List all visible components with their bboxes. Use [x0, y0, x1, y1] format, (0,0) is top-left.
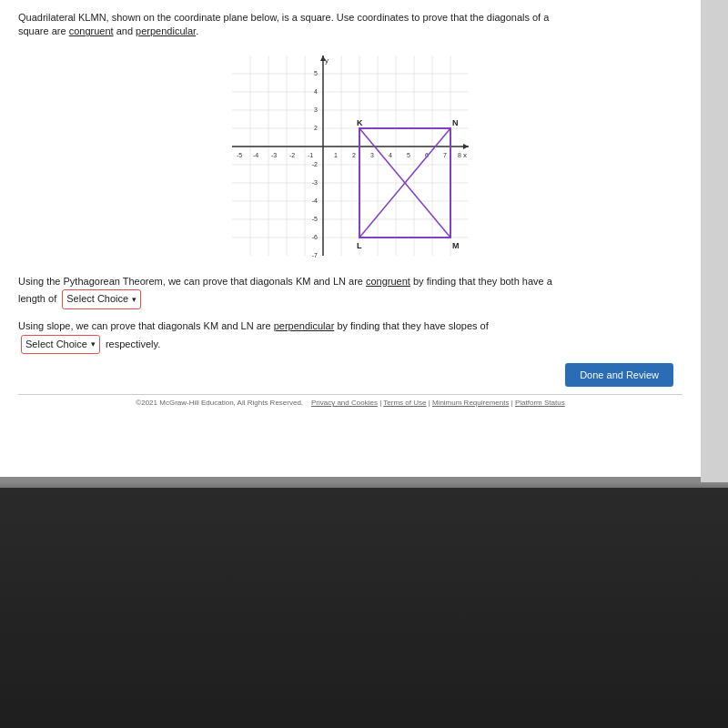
- svg-text:-5: -5: [312, 216, 318, 222]
- svg-text:-2: -2: [312, 161, 318, 167]
- svg-text:-4: -4: [253, 152, 258, 158]
- scrollbar[interactable]: [701, 0, 728, 482]
- svg-text:2: 2: [352, 152, 356, 158]
- svg-text:-1: -1: [308, 152, 313, 158]
- svg-text:8: 8: [458, 152, 461, 158]
- svg-text:-4: -4: [312, 197, 318, 204]
- coordinate-plane: x y 1 2 3 4 5 6 7 8 -1 -2 -3 -4 -5 2 3 4: [223, 46, 478, 265]
- perpendicular-word: perpendicular: [136, 25, 196, 36]
- problem-intro: Quadrilateral KLMN, shown on the coordin…: [18, 12, 549, 23]
- section1-text: Using the Pythagorean Theorem, we can pr…: [18, 274, 682, 309]
- svg-text:7: 7: [443, 152, 447, 158]
- svg-text:-3: -3: [271, 152, 277, 158]
- svg-text:3: 3: [370, 152, 374, 158]
- svg-text:-2: -2: [289, 152, 295, 158]
- svg-rect-0: [232, 56, 469, 256]
- keyboard-area: ☀ F2 80 F3 Q F4 🎙 F5 🌙 F6 ⏮ F7 ⏯ F8 ⏭ F9: [0, 488, 728, 728]
- svg-text:2: 2: [314, 125, 318, 131]
- svg-text:-7: -7: [312, 252, 318, 258]
- and-word: and: [116, 25, 133, 36]
- min-req-link[interactable]: Minimum Requirements: [432, 399, 509, 407]
- svg-text:4: 4: [314, 88, 318, 95]
- privacy-link[interactable]: Privacy and Cookies: [311, 399, 378, 407]
- section2-text: Using slope, we can prove that diagonals…: [18, 318, 682, 354]
- svg-text:4: 4: [389, 152, 392, 158]
- section2-dropdown[interactable]: Select Choice: [21, 335, 100, 355]
- svg-text:5: 5: [407, 152, 410, 158]
- section1: Using the Pythagorean Theorem, we can pr…: [18, 274, 682, 309]
- done-btn-area: Done and Review: [18, 363, 682, 387]
- m-label: M: [452, 241, 460, 250]
- x-axis-label: x: [463, 151, 467, 159]
- y-axis-label: y: [325, 56, 329, 65]
- svg-text:1: 1: [334, 152, 338, 158]
- platform-link[interactable]: Platform Status: [515, 399, 565, 407]
- footer: ©2021 McGraw-Hill Education, All Rights …: [18, 394, 682, 407]
- svg-text:-5: -5: [237, 152, 242, 158]
- svg-text:-3: -3: [312, 179, 318, 186]
- problem-square-are: square are: [18, 25, 66, 36]
- svg-text:5: 5: [314, 70, 318, 76]
- svg-text:-6: -6: [312, 234, 318, 240]
- l-label: L: [357, 241, 362, 250]
- done-review-button[interactable]: Done and Review: [565, 363, 673, 387]
- svg-text:3: 3: [314, 106, 318, 113]
- congruent-word: congruent: [69, 25, 114, 36]
- k-label: K: [357, 118, 363, 127]
- graph-container: x y 1 2 3 4 5 6 7 8 -1 -2 -3 -4 -5 2 3 4: [18, 46, 682, 265]
- section2: Using slope, we can prove that diagonals…: [18, 318, 682, 354]
- problem-text: Quadrilateral KLMN, shown on the coordin…: [18, 11, 682, 39]
- n-label: N: [452, 118, 459, 127]
- terms-link[interactable]: Terms of Use: [383, 399, 426, 407]
- section1-dropdown[interactable]: Select Choice: [62, 289, 141, 309]
